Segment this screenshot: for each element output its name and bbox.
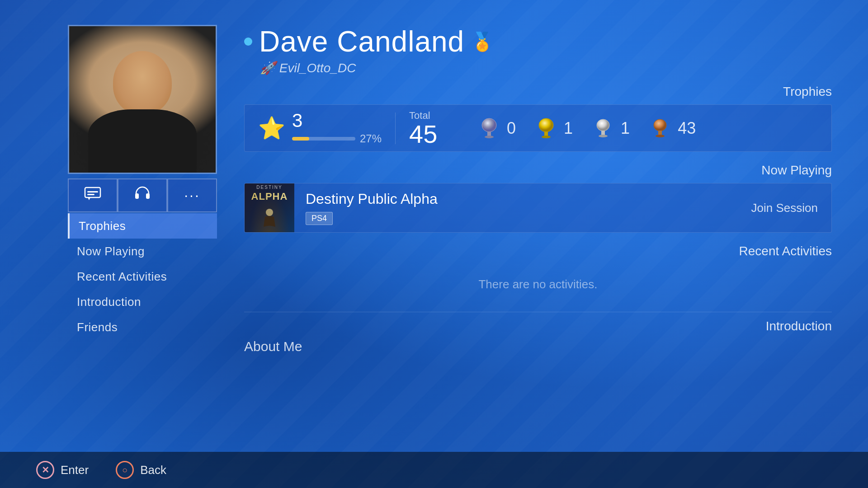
game-title: Destiny Public Alpha xyxy=(306,191,740,207)
separator-line xyxy=(244,312,832,312)
nav-item-introduction[interactable]: Introduction xyxy=(68,289,217,314)
svg-rect-2 xyxy=(87,191,98,192)
online-indicator xyxy=(244,38,252,46)
more-button[interactable]: ··· xyxy=(167,178,217,212)
svg-rect-3 xyxy=(87,194,94,195)
trophies-card: ⭐ 3 27% Total 45 xyxy=(244,104,832,152)
profile-name: Dave Candland xyxy=(259,25,464,58)
svg-point-9 xyxy=(539,118,553,132)
join-session-button[interactable]: Join Session xyxy=(751,201,831,215)
ps-plus-icon: 🏅 xyxy=(471,31,494,52)
profile-username: 🚀 Evil_Otto_DC xyxy=(260,61,832,75)
svg-rect-16 xyxy=(658,131,662,135)
platinum-trophy: 0 xyxy=(477,116,516,141)
about-me-label: About Me xyxy=(244,339,832,354)
message-icon xyxy=(84,187,101,204)
nav-item-trophies[interactable]: Trophies xyxy=(68,213,217,239)
trophies-section-label: Trophies xyxy=(244,84,832,99)
svg-rect-5 xyxy=(146,193,150,199)
game-info: Destiny Public Alpha PS4 xyxy=(294,191,751,225)
left-panel: ··· Trophies Now Playing Recent Activiti… xyxy=(0,0,222,488)
svg-point-15 xyxy=(654,119,666,131)
svg-rect-7 xyxy=(487,131,491,136)
headset-icon xyxy=(134,186,151,205)
trophy-progress-bar xyxy=(292,137,355,141)
trophy-progress-fill xyxy=(292,137,309,141)
recent-activities-section-label: Recent Activities xyxy=(244,244,832,258)
svg-point-6 xyxy=(482,118,496,132)
profile-header: Dave Candland 🏅 🚀 Evil_Otto_DC xyxy=(244,25,832,75)
nav-menu: Trophies Now Playing Recent Activities I… xyxy=(68,213,217,340)
silver-trophy: 1 xyxy=(591,116,630,141)
svg-rect-10 xyxy=(544,131,548,136)
svg-marker-1 xyxy=(88,197,90,200)
gold-count: 1 xyxy=(564,119,573,138)
now-playing-card[interactable]: DESTINY ALPHA Destiny Public Alpha PS4 J xyxy=(244,183,832,233)
platinum-count: 0 xyxy=(507,119,516,138)
gold-trophy: 1 xyxy=(534,116,573,141)
nav-item-now-playing[interactable]: Now Playing xyxy=(68,239,217,264)
right-panel: Dave Candland 🏅 🚀 Evil_Otto_DC Trophies … xyxy=(222,0,868,488)
game-thumbnail: DESTINY ALPHA xyxy=(245,183,294,233)
avatar xyxy=(68,25,217,174)
now-playing-section-label: Now Playing xyxy=(244,163,832,178)
no-activities-message: There are no activities. xyxy=(244,264,832,305)
action-buttons: ··· xyxy=(68,178,217,212)
trophy-star-icon: ⭐ xyxy=(258,116,285,141)
trophy-level: 3 xyxy=(292,111,382,130)
svg-rect-4 xyxy=(135,193,139,199)
svg-point-17 xyxy=(656,135,665,137)
divider-1 xyxy=(395,113,396,144)
svg-point-12 xyxy=(597,119,609,131)
bronze-trophy: 43 xyxy=(648,116,696,141)
trophy-percent: 27% xyxy=(360,132,382,145)
trophy-total: Total 45 xyxy=(409,110,463,147)
introduction-section-label: Introduction xyxy=(244,319,832,333)
nav-item-friends[interactable]: Friends xyxy=(68,314,217,340)
svg-point-18 xyxy=(266,209,273,216)
svg-point-11 xyxy=(542,136,551,138)
trophy-counts: 0 xyxy=(477,116,696,141)
bronze-count: 43 xyxy=(678,119,696,138)
platform-badge: PS4 xyxy=(306,212,333,225)
svg-point-14 xyxy=(599,135,608,137)
more-icon: ··· xyxy=(184,187,200,204)
message-button[interactable] xyxy=(68,178,118,212)
silver-count: 1 xyxy=(621,119,630,138)
svg-rect-13 xyxy=(601,131,605,135)
nav-item-recent-activities[interactable]: Recent Activities xyxy=(68,264,217,289)
headset-button[interactable] xyxy=(118,178,167,212)
svg-point-8 xyxy=(485,136,494,138)
